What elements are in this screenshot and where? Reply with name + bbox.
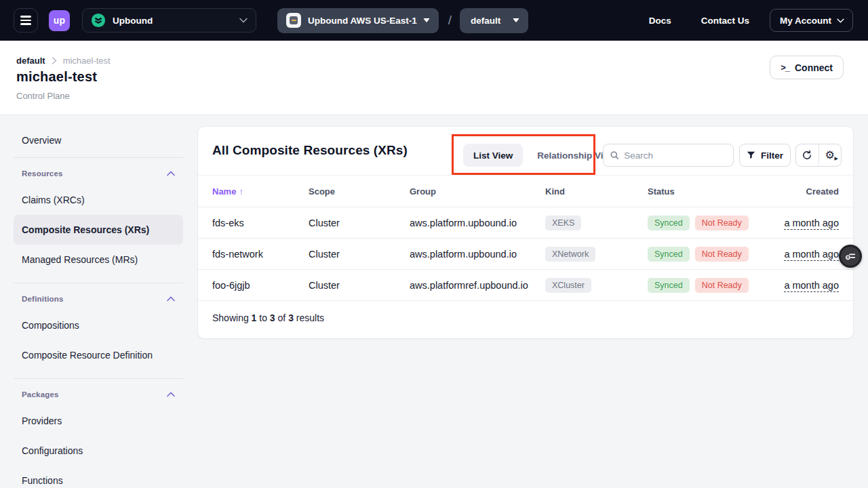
sidebar-divider (14, 378, 183, 379)
table-header-row: Name ↑ Scope Group Kind Status Created (198, 176, 853, 207)
results-summary: Showing 1 to 3 of 3 results (198, 300, 853, 335)
organization-switcher[interactable]: Upbound (82, 8, 256, 33)
cell-name: fds-network (212, 249, 309, 260)
kind-badge: XEKS (545, 216, 581, 230)
filter-funnel-icon (747, 151, 755, 159)
terminal-icon: >_ (781, 62, 789, 73)
upbound-logo[interactable]: up (49, 10, 70, 31)
sidebar-section-definitions[interactable]: Definitions (14, 287, 183, 310)
docs-link[interactable]: Docs (649, 16, 671, 26)
sidebar-section-resources[interactable]: Resources (14, 162, 183, 185)
cell-created: a month ago (776, 280, 839, 291)
sidebar-item-claims[interactable]: Claims (XRCs) (14, 185, 183, 215)
sidebar-divider (14, 283, 183, 283)
sidebar-divider (14, 157, 183, 158)
control-plane-switcher[interactable]: Upbound AWS US-East-1 (277, 8, 439, 33)
chevron-down-icon (239, 18, 248, 23)
status-badge-synced: Synced (648, 216, 690, 230)
page-subtitle: Control Plane (16, 91, 70, 101)
sort-ascending-icon: ↑ (239, 186, 243, 197)
cell-status: Synced Not Ready (648, 216, 776, 230)
sidebar-item-compositions[interactable]: Compositions (14, 310, 183, 340)
sidebar-item-composite-resources[interactable]: Composite Resources (XRs) (14, 215, 183, 245)
column-header-status[interactable]: Status (648, 186, 776, 197)
created-tooltip-link[interactable]: a month ago (784, 218, 839, 230)
sidebar-item-managed-resources[interactable]: Managed Resources (MRs) (14, 245, 183, 274)
cell-group: aws.platform.upbound.io (410, 218, 545, 228)
search-box (603, 144, 734, 167)
table-row[interactable]: fds-eks Cluster aws.platform.upbound.io … (198, 207, 853, 238)
chevron-up-icon (167, 296, 175, 302)
cell-created: a month ago (776, 218, 839, 228)
cell-name: foo-6jgjb (212, 280, 309, 291)
sidebar-item-functions[interactable]: Functions (14, 466, 183, 488)
breadcrumb-chevron-icon (52, 57, 57, 64)
feedback-widget-button[interactable] (839, 245, 862, 268)
filter-button[interactable]: Filter (739, 144, 791, 167)
created-tooltip-link[interactable]: a month ago (784, 249, 839, 261)
table-row[interactable]: fds-network Cluster aws.platform.upbound… (198, 238, 853, 269)
cell-kind: XEKS (545, 216, 648, 230)
caret-down-icon (513, 18, 519, 22)
caret-down-icon (423, 18, 430, 22)
group-name: default (471, 16, 500, 26)
breadcrumb-item-default[interactable]: default (16, 56, 45, 66)
sidebar-section-packages[interactable]: Packages (14, 383, 183, 406)
organization-avatar-icon (91, 13, 106, 28)
kind-badge: XCluster (545, 278, 591, 293)
connect-button[interactable]: >_ Connect (770, 56, 844, 79)
table-row[interactable]: foo-6jgjb Cluster aws.platformref.upboun… (198, 269, 853, 300)
auto-refresh-settings-button[interactable]: ⚙▶ (819, 144, 842, 166)
table-actions: ⚙▶ (795, 144, 842, 167)
contact-us-link[interactable]: Contact Us (701, 16, 749, 26)
breadcrumb: default michael-test (16, 56, 111, 66)
column-header-kind[interactable]: Kind (545, 186, 648, 197)
status-badge-synced: Synced (648, 278, 690, 293)
cell-scope: Cluster (309, 280, 410, 291)
breadcrumb-item-current: michael-test (63, 56, 111, 66)
refresh-icon (802, 150, 812, 161)
created-tooltip-link[interactable]: a month ago (784, 280, 839, 292)
column-header-name[interactable]: Name ↑ (212, 186, 309, 197)
sidebar-item-composite-resource-definition[interactable]: Composite Resource Definition (14, 340, 183, 370)
cell-created: a month ago (776, 249, 839, 260)
organization-name: Upbound (113, 16, 239, 26)
status-badge-not-ready: Not Ready (695, 216, 749, 230)
chevron-down-icon (837, 18, 844, 23)
path-separator: / (448, 13, 452, 28)
column-header-group[interactable]: Group (410, 186, 545, 197)
feedback-widget-icon (844, 250, 856, 262)
view-toggle: List View Relationship View (463, 144, 626, 167)
control-plane-name: Upbound AWS US-East-1 (308, 16, 417, 26)
cell-scope: Cluster (309, 218, 410, 228)
composite-resources-panel: All Composite Resources (XRs) List View … (197, 126, 854, 339)
hamburger-menu-button[interactable] (14, 8, 38, 33)
status-badge-synced: Synced (648, 247, 690, 262)
panel-header: All Composite Resources (XRs) List View … (198, 127, 853, 176)
refresh-button[interactable] (796, 144, 819, 166)
cell-kind: XNetwork (545, 247, 648, 262)
cell-status: Synced Not Ready (648, 247, 776, 262)
status-badge-not-ready: Not Ready (695, 278, 749, 293)
control-plane-icon (286, 13, 301, 28)
group-switcher[interactable]: default (460, 8, 528, 33)
list-view-tab[interactable]: List View (463, 144, 523, 167)
column-header-scope[interactable]: Scope (309, 186, 410, 197)
cell-group: aws.platformref.upbound.io (410, 280, 545, 291)
sidebar-navigation: Overview Resources Claims (XRCs) Composi… (14, 127, 183, 488)
cell-group: aws.platform.upbound.io (410, 249, 545, 260)
panel-title: All Composite Resources (XRs) (212, 143, 408, 158)
sidebar-item-configurations[interactable]: Configurations (14, 436, 183, 466)
kind-badge: XNetwork (545, 247, 595, 262)
cell-scope: Cluster (309, 249, 410, 260)
sidebar-item-overview[interactable]: Overview (14, 127, 183, 153)
status-badge-not-ready: Not Ready (695, 247, 749, 262)
sidebar-item-providers[interactable]: Providers (14, 406, 183, 436)
cell-kind: XCluster (545, 278, 648, 293)
search-input[interactable] (624, 150, 726, 161)
cell-status: Synced Not Ready (648, 278, 776, 293)
search-icon (610, 150, 618, 160)
chevron-up-icon (167, 392, 175, 397)
my-account-button[interactable]: My Account (770, 9, 853, 32)
column-header-created[interactable]: Created (776, 186, 839, 197)
